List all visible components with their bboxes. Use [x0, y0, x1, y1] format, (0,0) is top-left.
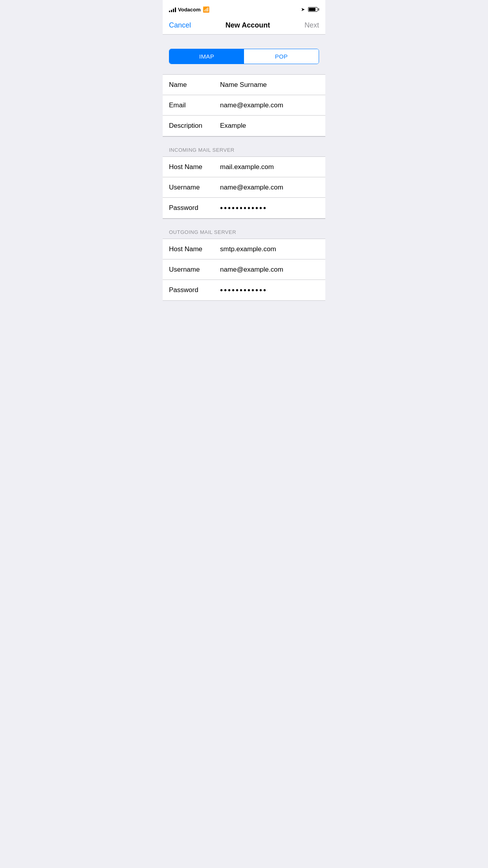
incoming-mail-server-label: INCOMING MAIL SERVER	[169, 147, 235, 153]
name-label: Name	[169, 81, 220, 89]
carrier-label: Vodacom	[178, 7, 201, 13]
next-button[interactable]: Next	[305, 21, 319, 29]
location-icon: ➤	[301, 7, 305, 12]
gap-top	[163, 35, 325, 42]
incoming-hostname-row[interactable]: Host Name mail.example.com	[163, 157, 325, 177]
account-info-section: Name Name Surname Email name@example.com…	[163, 74, 325, 136]
outgoing-username-label: Username	[169, 266, 220, 274]
outgoing-mail-server-label: OUTGOING MAIL SERVER	[169, 229, 236, 235]
incoming-username-label: Username	[169, 184, 220, 191]
signal-bar-2	[171, 10, 172, 12]
outgoing-password-label: Password	[169, 286, 220, 294]
incoming-username-row[interactable]: Username name@example.com	[163, 177, 325, 198]
page-title: New Account	[226, 21, 270, 29]
signal-bars-icon	[169, 7, 176, 12]
outgoing-username-value[interactable]: name@example.com	[220, 266, 319, 274]
description-label: Description	[169, 122, 220, 130]
outgoing-hostname-label: Host Name	[169, 245, 220, 253]
status-right: ➤	[301, 7, 319, 12]
email-label: Email	[169, 101, 220, 109]
incoming-mail-server-section: Host Name mail.example.com Username name…	[163, 156, 325, 219]
incoming-hostname-value[interactable]: mail.example.com	[220, 163, 319, 171]
signal-bar-4	[175, 7, 176, 12]
segment-control-area: IMAP POP	[163, 42, 325, 70]
email-value[interactable]: name@example.com	[220, 101, 319, 109]
outgoing-hostname-value[interactable]: smtp.example.com	[220, 245, 319, 253]
gap-after-segment	[163, 70, 325, 74]
email-row[interactable]: Email name@example.com	[163, 95, 325, 116]
outgoing-password-row[interactable]: Password ••••••••••••	[163, 280, 325, 300]
outgoing-mail-server-section: Host Name smtp.example.com Username name…	[163, 239, 325, 301]
wifi-icon: 📶	[203, 6, 209, 13]
pop-segment-button[interactable]: POP	[244, 49, 319, 64]
incoming-password-value[interactable]: ••••••••••••	[220, 204, 319, 213]
incoming-username-value[interactable]: name@example.com	[220, 184, 319, 191]
incoming-password-label: Password	[169, 204, 220, 212]
incoming-password-row[interactable]: Password ••••••••••••	[163, 198, 325, 218]
outgoing-hostname-row[interactable]: Host Name smtp.example.com	[163, 239, 325, 259]
navigation-bar: Cancel New Account Next	[163, 17, 325, 35]
status-left: Vodacom 📶	[169, 6, 209, 13]
status-bar: Vodacom 📶 ➤	[163, 0, 325, 17]
name-row[interactable]: Name Name Surname	[163, 75, 325, 95]
description-value[interactable]: Example	[220, 122, 319, 130]
signal-bar-1	[169, 11, 170, 12]
protocol-segment-control[interactable]: IMAP POP	[169, 49, 319, 64]
outgoing-password-value[interactable]: ••••••••••••	[220, 286, 319, 295]
name-value[interactable]: Name Surname	[220, 81, 319, 89]
imap-segment-button[interactable]: IMAP	[169, 49, 244, 64]
signal-bar-3	[173, 9, 174, 12]
outgoing-mail-server-header: OUTGOING MAIL SERVER	[163, 219, 325, 239]
incoming-hostname-label: Host Name	[169, 163, 220, 171]
battery-icon	[308, 7, 319, 12]
cancel-button[interactable]: Cancel	[169, 21, 191, 29]
description-row[interactable]: Description Example	[163, 116, 325, 136]
outgoing-username-row[interactable]: Username name@example.com	[163, 259, 325, 280]
incoming-mail-server-header: INCOMING MAIL SERVER	[163, 136, 325, 156]
